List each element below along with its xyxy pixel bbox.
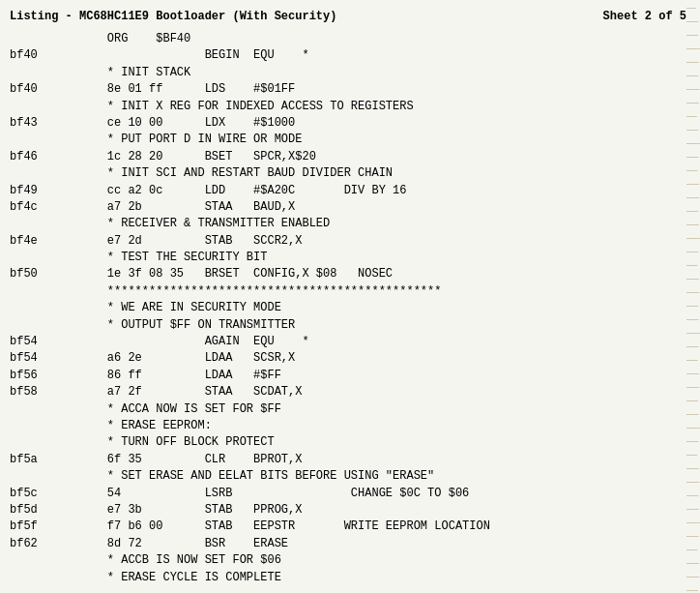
table-row: bf4c a7 2b STAA BAUD,X — [10, 199, 686, 216]
sheet-number: Sheet 2 of 5 — [603, 10, 686, 23]
table-row: bf56 86 ff LDAA #$FF — [10, 368, 686, 384]
line-content: * WE ARE IN SECURITY MODE — [10, 300, 281, 316]
line-content: bf58 a7 2f STAA SCDAT,X — [10, 384, 302, 400]
table-row: bf50 1e 3f 08 35 BRSET CONFIG,X $08 NOSE… — [10, 266, 686, 282]
table-row: * WE ARE IN SECURITY MODE — [10, 300, 686, 316]
line-content: * ERASE EEPROM: — [10, 418, 212, 434]
table-row: bf5d e7 3b STAB PPROG,X — [10, 502, 686, 519]
line-content: * INIT SCI AND RESTART BAUD DIVIDER CHAI… — [10, 165, 393, 182]
line-content: * INIT STACK — [10, 65, 190, 81]
table-row: * INIT X REG FOR INDEXED ACCESS TO REGIS… — [10, 99, 686, 115]
line-content: bf49 cc a2 0c LDD #$A20C DIV BY 16 — [10, 183, 406, 199]
line-content: bf5c 54 LSRB CHANGE $0C TO $06 — [10, 486, 469, 502]
table-row: * INIT STACK — [10, 65, 686, 81]
table-row: * OUTPUT $FF ON TRANSMITTER — [10, 317, 686, 334]
table-row: bf62 8d 72 BSR ERASE — [10, 536, 686, 552]
table-row: * RECEIVER & TRANSMITTER ENABLED — [10, 216, 686, 232]
line-content: bf50 1e 3f 08 35 BRSET CONFIG,X $08 NOSE… — [10, 266, 393, 282]
table-row: * ERASE CYCLE IS COMPLETE — [10, 570, 686, 586]
line-content: bf4c a7 2b STAA BAUD,X — [10, 199, 295, 216]
listing-title: Listing - MC68HC11E9 Bootloader (With Se… — [10, 10, 336, 23]
line-content: bf40 BEGIN EQU * — [10, 47, 309, 64]
line-content: * ACCA NOW IS SET FOR $FF — [10, 401, 281, 418]
table-row: bf4e e7 2d STAB SCCR2,X — [10, 233, 686, 250]
table-row: bf58 a7 2f STAA SCDAT,X — [10, 384, 686, 400]
line-content: * ACCB IS NOW SET FOR $06 — [10, 552, 281, 569]
line-content: * OUTPUT $FF ON TRANSMITTER — [10, 317, 295, 334]
table-row: bf40 8e 01 ff LDS #$01FF — [10, 81, 686, 98]
line-content: bf46 1c 28 20 BSET SPCR,X$20 — [10, 149, 316, 165]
line-content: bf4e e7 2d STAB SCCR2,X — [10, 233, 302, 250]
line-content: bf5f f7 b6 00 STAB EEPSTR WRITE EEPROM L… — [10, 519, 490, 535]
line-content: bf5a 6f 35 CLR BPROT,X — [10, 452, 302, 468]
line-content: ****************************************… — [10, 283, 441, 300]
line-content: * SET ERASE AND EELAT BITS BEFORE USING … — [10, 468, 434, 485]
table-row: * TEST THE SECURITY BIT — [10, 250, 686, 266]
line-content: * INIT X REG FOR INDEXED ACCESS TO REGIS… — [10, 99, 414, 115]
table-row: * ACCB IS NOW SET FOR $06 — [10, 552, 686, 569]
table-row: * ERASE EEPROM: — [10, 418, 686, 434]
table-row: * INIT SCI AND RESTART BAUD DIVIDER CHAI… — [10, 165, 686, 182]
line-content: bf54 a6 2e LDAA SCSR,X — [10, 350, 295, 367]
table-row: * SET ERASE AND EELAT BITS BEFORE USING … — [10, 468, 686, 485]
table-row: bf40 BEGIN EQU * — [10, 47, 686, 64]
table-row: bf5a 6f 35 CLR BPROT,X — [10, 452, 686, 468]
table-row: ****************************************… — [10, 283, 686, 300]
line-content: * PUT PORT D IN WIRE OR MODE — [10, 132, 302, 148]
line-content: bf5d e7 3b STAB PPROG,X — [10, 502, 302, 519]
line-content: bf43 ce 10 00 LDX #$1000 — [10, 115, 295, 132]
table-row: bf54 a6 2e LDAA SCSR,X — [10, 350, 686, 367]
line-content: ORG $BF40 — [10, 31, 190, 47]
page: Listing - MC68HC11E9 Bootloader (With Se… — [0, 0, 700, 593]
table-row: bf5c 54 LSRB CHANGE $0C TO $06 — [10, 486, 686, 502]
line-content: bf62 8d 72 BSR ERASE — [10, 536, 288, 552]
table-row: bf46 1c 28 20 BSET SPCR,X$20 — [10, 149, 686, 165]
line-content: * TEST THE SECURITY BIT — [10, 250, 267, 266]
line-content: * ERASE CYCLE IS COMPLETE — [10, 570, 281, 586]
table-row: bf5f f7 b6 00 STAB EEPSTR WRITE EEPROM L… — [10, 519, 686, 535]
table-row: * TURN OFF BLOCK PROTECT — [10, 434, 686, 451]
line-content: * TURN OFF BLOCK PROTECT — [10, 434, 275, 451]
line-content: bf54 AGAIN EQU * — [10, 334, 309, 350]
table-row: * PUT PORT D IN WIRE OR MODE — [10, 132, 686, 148]
listing-container: ORG $BF40bf40 BEGIN EQU * * INIT STACKbf… — [10, 31, 686, 586]
table-row: bf54 AGAIN EQU * — [10, 334, 686, 350]
table-row: bf43 ce 10 00 LDX #$1000 — [10, 115, 686, 132]
table-row: ORG $BF40 — [10, 31, 686, 47]
line-content: * RECEIVER & TRANSMITTER ENABLED — [10, 216, 330, 232]
table-row: bf49 cc a2 0c LDD #$A20C DIV BY 16 — [10, 183, 686, 199]
table-row: * ACCA NOW IS SET FOR $FF — [10, 401, 686, 418]
page-header: Listing - MC68HC11E9 Bootloader (With Se… — [10, 10, 686, 23]
line-content: bf56 86 ff LDAA #$FF — [10, 368, 281, 384]
line-content: bf40 8e 01 ff LDS #$01FF — [10, 81, 295, 98]
